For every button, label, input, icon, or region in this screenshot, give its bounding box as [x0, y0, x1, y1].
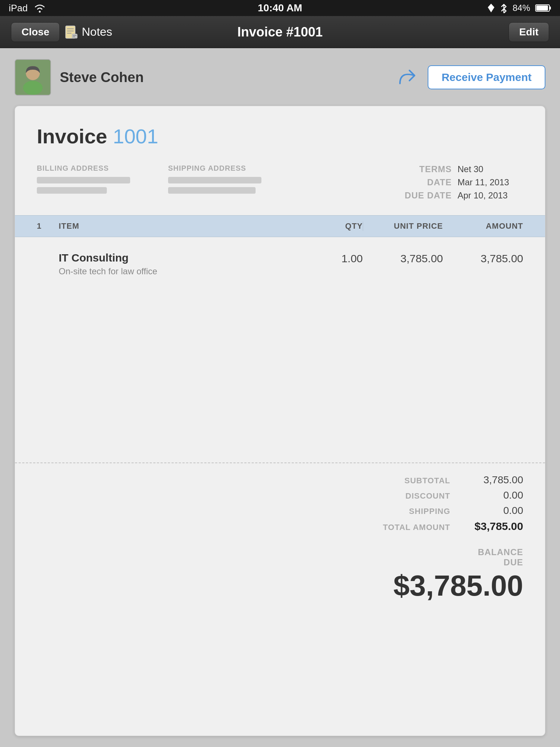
- invoice-table-body: IT Consulting On-site tech for law offic…: [37, 237, 523, 280]
- balance-due-value: $3,785.00: [393, 569, 523, 603]
- share-icon[interactable]: [397, 67, 417, 87]
- total-amount-row: TOTAL AMOUNT $3,785.00: [355, 520, 523, 533]
- billing-address-block: BILLING ADDRESS: [37, 164, 153, 201]
- li-qty: 1.00: [304, 252, 363, 265]
- balance-due-label: BALANCEDUE: [478, 547, 523, 568]
- terms-label: TERMS: [401, 164, 452, 174]
- shipping-value: 0.00: [465, 505, 523, 516]
- billing-line-1: [37, 177, 130, 183]
- nav-right: Edit: [509, 22, 549, 42]
- nav-title: Invoice #1001: [237, 24, 323, 40]
- customer-header: Steve Cohen Receive Payment: [15, 59, 545, 96]
- customer-name: Steve Cohen: [60, 70, 144, 85]
- battery-icon: [535, 4, 551, 12]
- content-area: Steve Cohen Receive Payment Invoice 1001…: [0, 48, 560, 747]
- discount-label: DISCOUNT: [355, 491, 450, 501]
- th-num: 1: [37, 221, 59, 231]
- balance-due-section: BALANCEDUE $3,785.00: [37, 547, 523, 603]
- invoice-title-word: Invoice: [37, 125, 113, 148]
- due-date-value: Apr 10, 2013: [458, 190, 523, 201]
- svg-rect-8: [72, 34, 77, 38]
- edit-button[interactable]: Edit: [509, 22, 549, 42]
- total-amount-value: $3,785.00: [465, 520, 523, 533]
- billing-line-2: [37, 187, 107, 194]
- date-value: Mar 11, 2013: [458, 177, 523, 187]
- shipping-row: SHIPPING 0.00: [355, 505, 523, 516]
- status-time: 10:40 AM: [258, 2, 302, 14]
- status-right: 84%: [487, 3, 551, 13]
- status-bar: iPad 10:40 AM 84%: [0, 0, 560, 16]
- total-amount-label: TOTAL AMOUNT: [355, 523, 450, 532]
- li-item-name: IT Consulting: [59, 252, 304, 264]
- subtotal-row: SUBTOTAL 3,785.00: [355, 474, 523, 486]
- nav-left: Close Notes: [11, 22, 112, 42]
- status-left: iPad: [9, 3, 46, 14]
- subtotal-label: SUBTOTAL: [355, 476, 450, 485]
- terms-row: TERMS Net 30: [401, 164, 523, 174]
- avatar-image: [15, 60, 50, 95]
- table-header: 1 ITEM QTY UNIT PRICE AMOUNT: [15, 215, 545, 237]
- date-row: DATE Mar 11, 2013: [401, 177, 523, 187]
- discount-value: 0.00: [465, 489, 523, 501]
- battery-percentage: 84%: [513, 3, 530, 13]
- shipping-address-label: SHIPPING ADDRESS: [168, 164, 285, 173]
- th-unit-price: UNIT PRICE: [363, 221, 443, 231]
- notes-button[interactable]: Notes: [64, 25, 112, 39]
- shipping-line-1: [168, 177, 261, 183]
- receive-payment-button[interactable]: Receive Payment: [428, 65, 545, 89]
- li-item-desc: On-site tech for law office: [59, 266, 304, 276]
- customer-left: Steve Cohen: [15, 59, 144, 96]
- device-label: iPad: [9, 3, 28, 14]
- th-qty: QTY: [304, 221, 363, 231]
- dotted-divider: [15, 462, 545, 463]
- th-amount: AMOUNT: [443, 221, 523, 231]
- svg-rect-2: [549, 7, 551, 9]
- customer-actions: Receive Payment: [397, 65, 545, 89]
- billing-address-label: BILLING ADDRESS: [37, 164, 153, 173]
- notes-icon: [64, 25, 78, 39]
- li-amount: 3,785.00: [443, 252, 523, 265]
- close-button[interactable]: Close: [11, 22, 60, 42]
- table-row: IT Consulting On-site tech for law offic…: [37, 248, 523, 280]
- avatar: [15, 59, 51, 96]
- shipping-line-2: [168, 187, 256, 194]
- date-label: DATE: [401, 177, 452, 187]
- li-price: 3,785.00: [363, 252, 443, 265]
- li-item: IT Consulting On-site tech for law offic…: [59, 252, 304, 276]
- invoice-number: 1001: [113, 125, 159, 148]
- th-item: ITEM: [59, 221, 304, 231]
- terms-value: Net 30: [458, 164, 523, 174]
- due-date-row: DUE DATE Apr 10, 2013: [401, 190, 523, 201]
- terms-block: TERMS Net 30 DATE Mar 11, 2013 DUE DATE …: [401, 164, 523, 201]
- svg-rect-3: [536, 5, 548, 11]
- address-terms-row: BILLING ADDRESS SHIPPING ADDRESS TERMS N…: [37, 164, 523, 201]
- invoice-card: Invoice 1001 BILLING ADDRESS SHIPPING AD…: [15, 106, 545, 736]
- shipping-label: SHIPPING: [355, 507, 450, 516]
- svg-point-0: [39, 11, 41, 13]
- nav-bar: Close Notes Invoice #1001 Edit: [0, 16, 560, 48]
- totals-section: SUBTOTAL 3,785.00 DISCOUNT 0.00 SHIPPING…: [37, 474, 523, 533]
- table-spacer: [37, 280, 523, 462]
- location-icon: [487, 3, 495, 13]
- due-date-label: DUE DATE: [401, 190, 452, 201]
- shipping-address-block: SHIPPING ADDRESS: [168, 164, 285, 201]
- wifi-icon: [34, 3, 46, 13]
- bluetooth-icon: [500, 3, 508, 13]
- subtotal-value: 3,785.00: [465, 474, 523, 486]
- discount-row: DISCOUNT 0.00: [355, 489, 523, 501]
- notes-label: Notes: [82, 25, 112, 39]
- svg-point-12: [23, 81, 43, 95]
- invoice-title: Invoice 1001: [37, 124, 523, 148]
